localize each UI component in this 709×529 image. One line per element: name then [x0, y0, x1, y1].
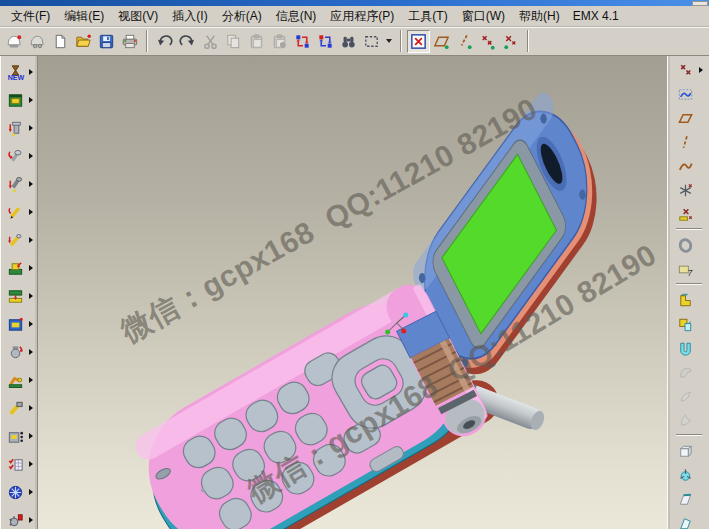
emx-marker-tool-button[interactable] — [4, 229, 26, 251]
select-box-button[interactable] — [360, 30, 383, 53]
redo-icon — [178, 32, 197, 51]
r-csys-icon — [676, 205, 695, 224]
swept-blend-tool-button[interactable] — [674, 409, 696, 431]
emx-moldbase-button[interactable] — [4, 89, 26, 111]
extrude-tool-button[interactable] — [674, 289, 696, 311]
emx-grid-wheel-button[interactable] — [4, 481, 26, 503]
emx-bolt-component-button[interactable] — [4, 117, 26, 139]
new-object-button[interactable] — [3, 30, 26, 53]
datum-plane-tool-button-row — [668, 106, 709, 130]
undo-button[interactable] — [153, 30, 176, 53]
flyout-arrow-icon[interactable] — [29, 97, 33, 103]
window-controls[interactable] — [692, 1, 708, 6]
datum-curve-tool-button[interactable] — [674, 155, 696, 177]
regenerate-custom-button[interactable] — [314, 30, 337, 53]
emx-checklist-button-row — [0, 450, 37, 478]
menu-item-w[interactable]: 窗口(W) — [455, 6, 512, 27]
menu-item-i[interactable]: 插入(I) — [165, 6, 214, 27]
redo-button[interactable] — [176, 30, 199, 53]
select-box-caret-icon[interactable] — [386, 39, 392, 43]
new-file-button[interactable] — [49, 30, 72, 53]
flyout-arrow-icon[interactable] — [29, 489, 33, 495]
flyout-arrow-icon[interactable] — [29, 265, 33, 271]
hole-tool-button[interactable] — [674, 440, 696, 462]
draft-tool-button[interactable] — [674, 488, 696, 510]
emx-arm-tool-button[interactable] — [4, 369, 26, 391]
flyout-arrow-icon[interactable] — [29, 517, 33, 523]
find-button[interactable] — [337, 30, 360, 53]
flyout-arrow-icon[interactable] — [29, 377, 33, 383]
datum-plane-tool-button[interactable] — [674, 107, 696, 129]
flyout-arrow-icon[interactable] — [29, 181, 33, 187]
emx-new-project-button[interactable] — [4, 61, 26, 83]
cut-button[interactable] — [199, 30, 222, 53]
menu-item-e[interactable]: 编辑(E) — [57, 6, 111, 27]
menu-item-n[interactable]: 信息(N) — [269, 6, 324, 27]
menu-item-p[interactable]: 应用程序(P) — [323, 6, 401, 27]
flyout-arrow-icon[interactable] — [29, 461, 33, 467]
window-titlebar[interactable] — [0, 0, 709, 6]
spin-center-toggle[interactable] — [407, 30, 430, 53]
paste-button[interactable] — [245, 30, 268, 53]
datum-csys-toggle[interactable] — [499, 30, 522, 53]
emx-gear-assembly-button[interactable] — [4, 509, 26, 529]
datum-axes-toggle[interactable] — [453, 30, 476, 53]
flyout-arrow-icon[interactable] — [29, 293, 33, 299]
flyout-arrow-icon[interactable] — [29, 153, 33, 159]
emx-screw-component-button[interactable] — [4, 145, 26, 167]
sweep-tool-button[interactable] — [674, 337, 696, 359]
menu-item-a[interactable]: 分析(A) — [215, 6, 269, 27]
menu-item-t[interactable]: 工具(T) — [401, 6, 454, 27]
flyout-arrow-icon[interactable] — [29, 237, 33, 243]
flyout-arrow-icon[interactable] — [29, 69, 33, 75]
sketch-tool-button[interactable] — [674, 83, 696, 105]
flyout-arrow-icon[interactable] — [29, 209, 33, 215]
menu-item-h[interactable]: 帮助(H) — [512, 6, 567, 27]
emx-mold-machine-button[interactable] — [4, 257, 26, 279]
r-point-icon — [676, 61, 695, 80]
flyout-arrow-icon[interactable] — [29, 125, 33, 131]
paste-special-button[interactable] — [268, 30, 291, 53]
open-object-button[interactable] — [26, 30, 49, 53]
menu-item-v[interactable]: 视图(V) — [111, 6, 165, 27]
emx-bolt-component-button-row — [0, 114, 37, 142]
revolve-tool-button[interactable] — [674, 313, 696, 335]
datum-axis-tool-button[interactable] — [674, 131, 696, 153]
emx-stamp-tool-button[interactable] — [4, 341, 26, 363]
save-button[interactable] — [95, 30, 118, 53]
flyout-arrow-icon[interactable] — [29, 405, 33, 411]
ring-tool-button[interactable] — [674, 234, 696, 256]
coordinate-system-tool-button[interactable] — [674, 203, 696, 225]
copy-button[interactable] — [222, 30, 245, 53]
open-file-button[interactable] — [72, 30, 95, 53]
emx-marker-tool-button-row — [0, 226, 37, 254]
shell-tool-button[interactable] — [674, 512, 696, 529]
graphics-viewport[interactable]: 微信：gcpx168 QQ:11210 82190 微信：gcpx168 QQ:… — [38, 56, 667, 529]
emx-brush-tool-button[interactable] — [4, 397, 26, 419]
menu-item-f[interactable]: 文件(F) — [4, 6, 57, 27]
datum-planes-toggle[interactable] — [430, 30, 453, 53]
round-tool-button[interactable] — [674, 464, 696, 486]
datum-points-toggle[interactable] — [476, 30, 499, 53]
emx-press-blue-button[interactable] — [4, 313, 26, 335]
emx-fastener-button[interactable] — [4, 173, 26, 195]
emx-checklist-button[interactable] — [4, 453, 26, 475]
flyout-arrow-icon[interactable] — [29, 433, 33, 439]
point-tool-button[interactable] — [674, 179, 696, 201]
regen-red-icon — [316, 32, 335, 51]
flyout-arrow-icon[interactable] — [29, 349, 33, 355]
emx-mold-plates-button[interactable] — [4, 285, 26, 307]
flyout-arrow-icon[interactable] — [29, 321, 33, 327]
flip-phone-3d-model[interactable] — [38, 56, 667, 529]
print-button[interactable] — [118, 30, 141, 53]
boundary-blend-tool-button[interactable] — [674, 385, 696, 407]
regenerate-button[interactable] — [291, 30, 314, 53]
blend-tool-button[interactable] — [674, 361, 696, 383]
datum-point-flyout-button[interactable] — [674, 59, 696, 81]
flyout-arrow-icon[interactable] — [699, 67, 703, 73]
point-tool-button-row — [668, 178, 709, 202]
plane-seven-tool-button[interactable] — [674, 258, 696, 280]
emx-press-dots-button[interactable] — [4, 425, 26, 447]
r-blend-icon — [676, 363, 695, 382]
emx-pencil-tool-button[interactable] — [4, 201, 26, 223]
